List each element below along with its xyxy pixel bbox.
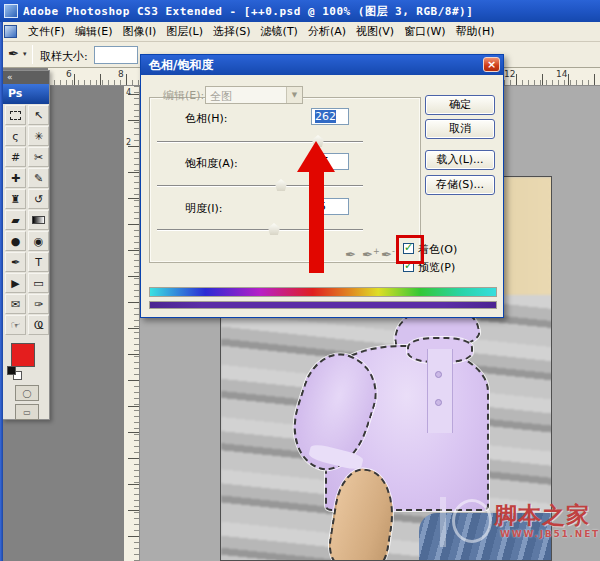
eyedropper-icon: ✑: [34, 298, 43, 311]
crop-icon: #: [11, 151, 20, 164]
mini-foreground-swatch[interactable]: [7, 366, 16, 375]
magic-wand-icon: ✳: [34, 130, 43, 143]
eyedropper-tool-icon[interactable]: ✒: [8, 46, 19, 61]
menu-analysis[interactable]: 分析(A): [303, 22, 351, 41]
quick-mask-button[interactable]: ◯: [15, 385, 39, 401]
gradient-tool[interactable]: [28, 210, 49, 230]
magic-wand-tool[interactable]: ✳: [28, 126, 49, 146]
eyedropper-subtract-icon[interactable]: ✒-: [381, 247, 395, 262]
menu-file[interactable]: 文件(F): [23, 22, 70, 41]
history-brush-tool[interactable]: ↺: [28, 189, 49, 209]
ok-button[interactable]: 确定: [425, 95, 495, 115]
options-divider: [32, 45, 33, 64]
annotation-arrow-shaft: [309, 170, 324, 273]
dialog-title[interactable]: 色相/饱和度: [141, 55, 503, 75]
toolbox-collapse-button[interactable]: «: [3, 71, 49, 84]
dodge-tool[interactable]: ◉: [28, 231, 49, 251]
type-tool[interactable]: T: [28, 252, 49, 272]
menu-layer[interactable]: 图层(L): [161, 22, 208, 41]
save-button[interactable]: 存储(S)...: [425, 175, 495, 195]
menu-select[interactable]: 选择(S): [208, 22, 256, 41]
shape-tool[interactable]: ▭: [28, 273, 49, 293]
zoom-tool[interactable]: Ҩ: [28, 315, 49, 335]
menu-help[interactable]: 帮助(H): [451, 22, 500, 41]
annotation-arrow-head: [297, 141, 335, 172]
hue-spectrum-bar: [149, 287, 497, 297]
blur-tool[interactable]: ●: [5, 231, 26, 251]
hand-icon: ☞: [11, 319, 21, 332]
menu-edit[interactable]: 编辑(E): [70, 22, 118, 41]
path-selection-tool[interactable]: ▶: [5, 273, 26, 293]
crop-tool[interactable]: #: [5, 147, 26, 167]
lightness-label: 明度(I):: [185, 201, 223, 216]
rect-marquee-tool[interactable]: [5, 105, 26, 125]
title-bar[interactable]: Adobe Photoshop CS3 Extended - [++0.psd …: [0, 0, 600, 22]
dodge-icon: ◉: [34, 235, 44, 248]
saturation-label: 饱和度(A):: [185, 156, 238, 171]
shirt-button: [435, 399, 442, 406]
document-icon[interactable]: [4, 25, 17, 38]
history-brush-icon: ↺: [34, 193, 43, 206]
v-ruler-label: 2: [126, 138, 131, 147]
h-ruler-label: 14: [556, 69, 567, 79]
window-title: Adobe Photoshop CS3 Extended - [++0.psd …: [23, 4, 473, 19]
menu-filter[interactable]: 滤镜(T): [256, 22, 303, 41]
shirt-button: [435, 371, 442, 378]
cancel-button[interactable]: 取消: [425, 119, 495, 139]
clone-stamp-icon: ♜: [11, 193, 21, 206]
result-color-bar: [149, 301, 497, 309]
eraser-tool[interactable]: ▰: [5, 210, 26, 230]
hue-value: 262: [315, 110, 336, 123]
app-icon: [4, 4, 18, 18]
h-ruler-label: 8: [118, 69, 124, 79]
zoom-icon: Ҩ: [34, 319, 44, 332]
path-selection-icon: ▶: [11, 277, 19, 290]
hue-label: 色相(H):: [185, 111, 228, 126]
saturation-slider-track[interactable]: [157, 185, 363, 187]
healing-brush-tool[interactable]: ✚: [5, 168, 26, 188]
clone-stamp-tool[interactable]: ♜: [5, 189, 26, 209]
pen-tool[interactable]: ✒: [5, 252, 26, 272]
photoshop-logo: Ps: [3, 84, 49, 104]
move-tool[interactable]: ↖: [28, 105, 49, 125]
pen-icon: ✒: [11, 256, 20, 269]
shirt-placket: [427, 349, 453, 433]
foreground-color-swatch[interactable]: [11, 343, 35, 367]
close-icon[interactable]: ×: [483, 57, 500, 72]
screen-mode-button[interactable]: ▭: [15, 404, 39, 420]
eyedropper-add-icon[interactable]: ✒+: [362, 247, 380, 262]
photoshop-window: Adobe Photoshop CS3 Extended - [++0.psd …: [0, 0, 600, 561]
notes-tool[interactable]: ✉: [5, 294, 26, 314]
healing-brush-icon: ✚: [11, 172, 20, 185]
load-button[interactable]: 载入(L)...: [425, 150, 495, 170]
watermark-logo-icon: [452, 499, 492, 543]
slice-icon: ✂: [34, 151, 43, 164]
eyedropper-tool[interactable]: ✑: [28, 294, 49, 314]
type-icon: T: [35, 256, 42, 269]
lasso-tool[interactable]: ς: [5, 126, 26, 146]
chevron-down-icon: ▼: [286, 87, 302, 103]
vertical-ruler[interactable]: 4 2: [124, 68, 140, 561]
hand-tool[interactable]: ☞: [5, 315, 26, 335]
menu-window[interactable]: 窗口(W): [399, 22, 450, 41]
tool-preset-arrow-icon[interactable]: ▾: [23, 50, 27, 58]
blur-icon: ●: [11, 235, 21, 248]
h-ruler-label: 12: [504, 69, 515, 79]
hue-input[interactable]: 262: [311, 108, 349, 125]
lasso-icon: ς: [12, 130, 18, 143]
notes-icon: ✉: [11, 298, 20, 311]
watermark-logo-bar: [440, 497, 446, 547]
v-ruler-label: 4: [126, 88, 131, 97]
slice-tool[interactable]: ✂: [28, 147, 49, 167]
menu-view[interactable]: 视图(V): [351, 22, 399, 41]
annotation-highlight-box: [396, 235, 424, 264]
sample-size-dropdown[interactable]: [94, 46, 138, 64]
lightness-slider-track[interactable]: [157, 229, 363, 231]
rect-marquee-icon: [10, 111, 21, 120]
sample-size-label: 取样大小:: [40, 49, 88, 64]
menu-image[interactable]: 图像(I): [117, 22, 161, 41]
watermark-site-name: 脚本之家: [494, 500, 590, 531]
brush-tool[interactable]: ✎: [28, 168, 49, 188]
edit-dropdown[interactable]: 全图 ▼: [205, 86, 303, 104]
eyedropper-sample-icon[interactable]: ✒: [345, 247, 356, 262]
